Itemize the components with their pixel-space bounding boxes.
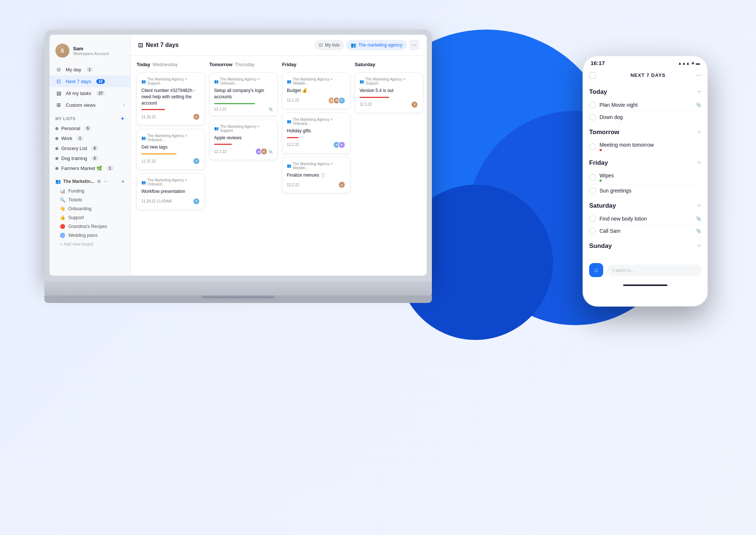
task-title: Finalize menues 🍴 (287, 172, 346, 178)
phone-task-row[interactable]: Down dog (589, 111, 701, 123)
task-progress-bar (214, 103, 255, 104)
kanban-col-today: Today Wednesday 👥The Marketing Agency > … (137, 62, 205, 270)
task-footer: 11.37.22 T (141, 157, 200, 165)
list-item-farmers-market[interactable]: Farmers Market 🌿 1 (49, 163, 130, 173)
board-item-wedding[interactable]: 🌀 Wedding plans (49, 231, 130, 240)
tab-my-lists[interactable]: ⊡ My lists (315, 40, 344, 50)
task-circle[interactable] (589, 174, 596, 181)
phone-input-bar[interactable]: I want to... (608, 265, 701, 276)
phone-task-row[interactable]: Call Sam 📎 (589, 225, 701, 237)
task-card[interactable]: 👥The Marketing Agency > Onboard... Setup… (209, 72, 278, 116)
kanban-board: Today Wednesday 👥The Marketing Agency > … (131, 56, 427, 276)
phone-scroll-area[interactable]: Today + Plan Movie night 📎 Down dog Tomo… (583, 83, 707, 259)
task-card[interactable]: 👥The Marketing Agency > Weddin... Finali… (282, 157, 350, 194)
board-settings-icon: ⚙ (97, 179, 101, 184)
signal-icon: ▲▲▲ (678, 61, 690, 65)
task-project: 👥The Marketing Agency > Support (214, 125, 273, 133)
board-item-tickets[interactable]: 🔍 Tickets (49, 195, 130, 204)
task-footer: 11.25.22 S (141, 113, 200, 120)
task-circle[interactable] (589, 114, 596, 120)
task-card[interactable]: 👥The Marketing Agency > Weddin... Budget… (282, 72, 350, 109)
avatar: S (411, 101, 418, 108)
task-card[interactable]: 👥The Marketing Agency > Support Apple re… (209, 120, 278, 160)
sidebar-item-my-day[interactable]: ⊙ My day 1 (49, 64, 130, 75)
task-card[interactable]: 👥The Marketing Agency > Onboard... Holid… (282, 113, 350, 153)
user-account: Workspace Account (73, 51, 109, 56)
task-card[interactable]: 👥The Marketing Agency > Support Client n… (137, 72, 205, 125)
add-task-button[interactable]: + (697, 128, 701, 136)
board-item-funding[interactable]: 📊 Funding (49, 187, 130, 195)
sidebar-item-next-7-days[interactable]: ⊡ Next 7 days 18 (49, 75, 130, 87)
task-card[interactable]: 👥The Marketing Agency > Support Version … (355, 72, 423, 113)
home-button[interactable]: ⌂ (589, 263, 603, 277)
laptop-foot (44, 296, 432, 303)
col-header-today: Today Wednesday (137, 62, 205, 67)
phone-signal-icons: ▲▲▲ ◈ ▬ (678, 61, 700, 65)
board-item-onboarding[interactable]: 👋 Onboarding (49, 204, 130, 213)
task-circle[interactable] (589, 187, 596, 194)
home-indicator (623, 284, 667, 286)
sidebar-item-label: Next 7 days (66, 79, 91, 84)
avatar: B (260, 148, 268, 155)
phone-task-row[interactable]: Sun greetings (589, 185, 701, 197)
phone-task-row[interactable]: Find new body lotion 📎 (589, 213, 701, 225)
page-title: ⊡ Next 7 days (138, 42, 179, 49)
add-task-button[interactable]: + (697, 159, 701, 167)
add-task-button[interactable]: + (697, 201, 701, 210)
task-text: Down dog (599, 114, 701, 120)
next-7-days-badge: 18 (96, 79, 105, 84)
sidebar-user[interactable]: S Sam Workspace Account (49, 41, 130, 64)
task-circle[interactable] (589, 228, 596, 234)
board-item-recipes[interactable]: 🔴 Grandma's Recipes (49, 222, 130, 231)
my-lists-section: My lists + (49, 111, 130, 123)
board-item-support[interactable]: 👍 Support (49, 213, 130, 222)
add-board-button[interactable]: + Add new board (49, 240, 130, 249)
task-text: Plan Movie night (599, 102, 692, 108)
add-task-button[interactable]: + (697, 242, 701, 250)
list-item-personal[interactable]: Personal 5 (49, 123, 130, 133)
task-project: 👥The Marketing Agency > Support (141, 77, 200, 85)
avatar: C (338, 97, 346, 104)
add-list-button[interactable]: + (121, 115, 124, 122)
task-footer: 12.1.22 A B 📎 (214, 148, 273, 155)
sidebar-item-custom-views[interactable]: ⊞ Custom views › (49, 99, 130, 111)
sidebar-item-all-tasks[interactable]: ▤ All my tasks 27 (49, 87, 130, 99)
tab-marketing-agency[interactable]: 👥 The marketing agency (346, 40, 407, 50)
task-card[interactable]: 👥The Marketing Agency > Onboard... Workf… (137, 173, 205, 210)
laptop-screen-frame: S Sam Workspace Account ⊙ My day 1 ⊡ Nex… (44, 30, 432, 281)
phone-task-row[interactable]: Meeting mom tomorrow (589, 139, 701, 154)
phone-task-row[interactable]: Wipes (589, 170, 701, 185)
attachment-icon: 📎 (268, 150, 273, 154)
avatar: B (338, 141, 346, 149)
task-circle[interactable] (589, 102, 596, 108)
kanban-col-tomorrow: Tomorrow Thursday 👥The Marketing Agency … (209, 62, 278, 270)
add-task-button[interactable]: + (697, 88, 701, 96)
task-project: 👥The Marketing Agency > Weddin... (287, 162, 346, 170)
phone-task-row[interactable]: Plan Movie night 📎 (589, 99, 701, 111)
col-header-tomorrow: Tomorrow Thursday (209, 62, 278, 67)
task-circle[interactable] (589, 215, 596, 222)
task-project: 👥The Marketing Agency > Support (360, 77, 418, 85)
support-icon: 👍 (60, 215, 65, 220)
phone-bottom-bar: ⌂ I want to... (583, 259, 707, 282)
phone-more-button[interactable]: ··· (696, 71, 701, 79)
onboarding-icon: 👋 (60, 206, 65, 211)
list-item-grocery[interactable]: Grocery List 6 (49, 143, 130, 153)
task-title: Get new tags (141, 144, 200, 150)
task-text: Wipes (599, 173, 701, 178)
phone-section-header: Sunday + (589, 242, 701, 250)
phone-select-all-checkbox[interactable] (589, 72, 596, 79)
board-add-icon[interactable]: + (121, 178, 124, 184)
task-title: Budget 💰 (287, 88, 346, 94)
more-options-button[interactable]: ··· (409, 40, 419, 50)
phone-time: 16:17 (591, 60, 605, 66)
task-card[interactable]: 👥The Marketing Agency > Onboard... Get n… (137, 129, 205, 170)
funding-icon: 📊 (60, 188, 65, 194)
all-tasks-icon: ▤ (55, 90, 62, 96)
list-item-work[interactable]: Work 1 (49, 133, 130, 143)
sidebar: S Sam Workspace Account ⊙ My day 1 ⊡ Nex… (49, 35, 131, 276)
list-item-dog-training[interactable]: Dog training 5 (49, 153, 130, 163)
priority-dot (599, 149, 602, 151)
task-circle[interactable] (589, 143, 596, 150)
avatar: S (193, 113, 200, 120)
